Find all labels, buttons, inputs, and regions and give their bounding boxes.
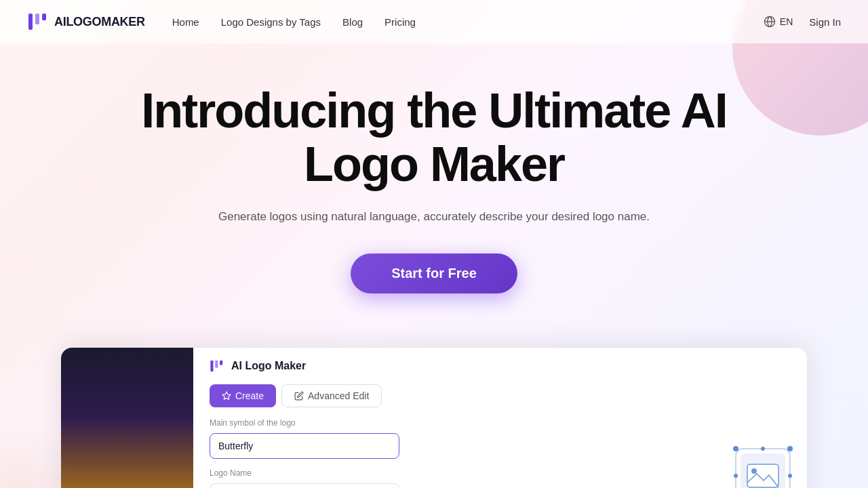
logo-link[interactable]: AILOGOMAKER (27, 11, 145, 33)
preview-card: AI Logo Maker Create Advanc (61, 348, 807, 488)
svg-point-21 (788, 474, 792, 478)
navbar: AILOGOMAKER Home Logo Designs by Tags Bl… (0, 0, 868, 43)
preview-right-panel: AI Logo Maker Create Advanc (193, 348, 719, 488)
tab-create[interactable]: Create (210, 384, 276, 407)
lang-label: EN (780, 16, 793, 27)
svg-rect-1 (35, 14, 39, 24)
edit-icon (294, 391, 304, 401)
nav-blog[interactable]: Blog (342, 16, 363, 28)
svg-point-13 (751, 468, 757, 474)
svg-rect-8 (220, 360, 222, 365)
svg-rect-6 (210, 360, 213, 371)
svg-rect-7 (215, 360, 218, 367)
svg-point-15 (787, 446, 793, 451)
nav-right: EN Sign In (764, 16, 841, 28)
svg-point-18 (761, 447, 765, 451)
svg-marker-9 (222, 392, 231, 399)
preview-logo-icon (210, 359, 224, 373)
hero-section: Introducing the Ultimate AI Logo Maker G… (0, 43, 868, 321)
image-preview-icon (732, 445, 793, 488)
preview-header: AI Logo Maker (210, 359, 703, 373)
hero-subtitle: Generate logos using natural language, a… (27, 207, 841, 226)
symbol-input[interactable] (210, 433, 399, 459)
hero-title: Introducing the Ultimate AI Logo Maker (129, 84, 739, 191)
logo-name-label: Logo Name (210, 468, 703, 478)
svg-point-20 (734, 474, 738, 478)
app-preview: AI Logo Maker Create Advanc (61, 348, 807, 488)
logo-icon (27, 11, 49, 33)
start-for-free-button[interactable]: Start for Free (351, 253, 517, 293)
svg-rect-0 (28, 14, 33, 30)
logo-text: AILOGOMAKER (54, 15, 145, 29)
nav-home[interactable]: Home (172, 16, 199, 28)
tab-advanced-edit[interactable]: Advanced Edit (281, 384, 382, 407)
nav-pricing[interactable]: Pricing (384, 16, 416, 28)
preview-tabs: Create Advanced Edit (210, 384, 703, 407)
svg-point-14 (733, 446, 738, 451)
nav-logo-designs[interactable]: Logo Designs by Tags (221, 16, 321, 28)
svg-rect-12 (747, 464, 778, 487)
star-icon (222, 391, 231, 401)
preview-title: AI Logo Maker (231, 360, 306, 372)
logo-name-input[interactable] (210, 483, 399, 488)
language-selector[interactable]: EN (764, 16, 793, 28)
globe-icon (764, 16, 776, 28)
preview-left-panel (61, 348, 193, 488)
symbol-label: Main symbol of the logo (210, 418, 703, 428)
nav-links: Home Logo Designs by Tags Blog Pricing (172, 16, 764, 28)
svg-rect-2 (42, 14, 46, 20)
sign-in-button[interactable]: Sign In (809, 16, 841, 28)
